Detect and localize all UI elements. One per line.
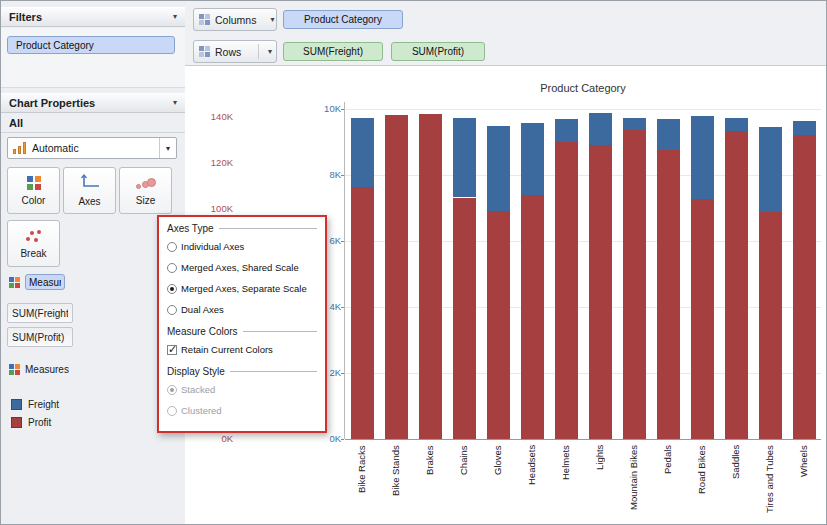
legend-title: Measures bbox=[25, 364, 69, 375]
axes-button[interactable]: Axes bbox=[63, 167, 116, 214]
bar-profit-headsets[interactable] bbox=[521, 195, 544, 439]
option-label: Retain Current Colors bbox=[181, 344, 273, 355]
rows-pill-sum-freight[interactable]: SUM(Freight) bbox=[283, 42, 383, 61]
bar-freight-bike-racks[interactable] bbox=[351, 118, 374, 187]
field-sum-profit[interactable]: SUM(Profit) bbox=[7, 327, 73, 347]
break-button[interactable]: Break bbox=[7, 220, 60, 267]
popup-section-title-text: Display Style bbox=[167, 366, 225, 377]
x-axis-label-brakes: Brakes bbox=[423, 445, 437, 523]
y-axis-line bbox=[344, 102, 345, 439]
color-button-label: Color bbox=[22, 195, 46, 206]
chart-title: Product Category bbox=[345, 82, 821, 94]
bar-freight-gloves[interactable] bbox=[487, 126, 510, 212]
legend-label: Freight bbox=[28, 399, 59, 410]
bar-profit-lights[interactable] bbox=[589, 145, 612, 439]
bar-freight-tires-and-tubes[interactable] bbox=[759, 127, 782, 213]
color-grid-icon bbox=[27, 176, 41, 190]
x-axis-label-mountain-bikes: Mountain Bikes bbox=[627, 445, 641, 523]
bar-profit-saddles[interactable] bbox=[725, 131, 748, 439]
radio-icon[interactable] bbox=[167, 242, 177, 252]
size-dots-icon bbox=[136, 176, 156, 190]
divider bbox=[243, 331, 317, 332]
chevron-down-icon[interactable]: ▾ bbox=[270, 16, 274, 24]
radio-selected-icon bbox=[167, 385, 177, 395]
bar-profit-brakes[interactable] bbox=[419, 114, 442, 439]
field-label: SUM(Profit) bbox=[12, 332, 68, 343]
y-axis-tick-freight: 8K bbox=[307, 169, 341, 181]
y-axis-tick-profit: 120K bbox=[193, 157, 233, 169]
radio-merged-axes-separate-scale[interactable]: Merged Axes, Separate Scale bbox=[167, 278, 317, 299]
filters-header[interactable]: Filters ▾ bbox=[1, 7, 185, 27]
y-axis-tick-profit: 140K bbox=[193, 111, 233, 123]
chart-type-value: Automatic bbox=[32, 142, 79, 154]
filter-pill-product-category[interactable]: Product Category bbox=[7, 36, 175, 54]
chevron-down-icon[interactable]: ▾ bbox=[268, 48, 272, 56]
bar-profit-mountain-bikes[interactable] bbox=[623, 130, 646, 439]
measures-shelf-item[interactable]: Measures bbox=[9, 273, 65, 291]
x-axis-label-lights: Lights bbox=[593, 445, 607, 523]
chevron-down-icon[interactable]: ▾ bbox=[159, 138, 176, 158]
radio-individual-axes[interactable]: Individual Axes bbox=[167, 236, 317, 257]
size-button[interactable]: Size bbox=[119, 167, 172, 214]
bar-profit-bike-racks[interactable] bbox=[351, 187, 374, 439]
columns-shelf-button[interactable]: Columns ▾ bbox=[193, 8, 277, 31]
columns-pill-product-category[interactable]: Product Category bbox=[283, 10, 403, 29]
popup-section-display-style: Display StyleStackedClustered bbox=[167, 366, 317, 421]
radio-dual-axes[interactable]: Dual Axes bbox=[167, 299, 317, 320]
rows-pill-sum-profit[interactable]: SUM(Profit) bbox=[391, 42, 485, 61]
color-button[interactable]: Color bbox=[7, 167, 60, 214]
axes-options-popup: Axes TypeIndividual AxesMerged Axes, Sha… bbox=[157, 215, 327, 433]
bar-freight-saddles[interactable] bbox=[725, 118, 748, 131]
gridline bbox=[345, 307, 821, 308]
x-axis-label-gloves: Gloves bbox=[491, 445, 505, 523]
measures-grid-icon bbox=[9, 277, 20, 288]
checkbox-retain-current-colors[interactable]: Retain Current Colors bbox=[167, 339, 317, 360]
gridline bbox=[345, 373, 821, 374]
radio-selected-icon[interactable] bbox=[167, 284, 177, 294]
columns-shelf-label: Columns bbox=[215, 14, 256, 26]
size-button-label: Size bbox=[136, 195, 155, 206]
bar-freight-pedals[interactable] bbox=[657, 119, 680, 150]
x-axis-label-road-bikes: Road Bikes bbox=[695, 445, 709, 523]
x-axis-label-pedals: Pedals bbox=[661, 445, 675, 523]
app-window: Filters ▾ Product Category Chart Propert… bbox=[0, 0, 827, 525]
chart-properties-header[interactable]: Chart Properties ▾ bbox=[1, 93, 185, 113]
legend-item-profit[interactable]: Profit bbox=[11, 417, 51, 428]
legend-item-freight[interactable]: Freight bbox=[11, 399, 59, 410]
bar-profit-pedals[interactable] bbox=[657, 150, 680, 439]
x-axis-label-chains: Chains bbox=[457, 445, 471, 523]
checkbox-checked-icon[interactable] bbox=[167, 345, 177, 355]
measures-pill-label: Measures bbox=[29, 277, 61, 288]
legend-swatch bbox=[11, 417, 22, 428]
bar-freight-headsets[interactable] bbox=[521, 123, 544, 196]
collapse-icon[interactable]: ▾ bbox=[173, 99, 177, 107]
bar-profit-chains[interactable] bbox=[453, 198, 476, 440]
field-label: SUM(Freight) bbox=[12, 308, 68, 319]
bar-freight-helmets[interactable] bbox=[555, 119, 578, 142]
bar-profit-wheels[interactable] bbox=[793, 135, 816, 439]
bar-freight-chains[interactable] bbox=[453, 118, 476, 197]
bar-freight-lights[interactable] bbox=[589, 113, 612, 144]
bar-profit-gloves[interactable] bbox=[487, 211, 510, 439]
x-axis-label-saddles: Saddles bbox=[729, 445, 743, 523]
rows-shelf-button[interactable]: Rows ▾ bbox=[193, 40, 277, 63]
measures-pill[interactable]: Measures bbox=[25, 274, 65, 290]
columns-grid-icon bbox=[199, 14, 210, 25]
bar-profit-road-bikes[interactable] bbox=[691, 199, 714, 439]
popup-section-measure-colors: Measure ColorsRetain Current Colors bbox=[167, 326, 317, 360]
bar-freight-wheels[interactable] bbox=[793, 121, 816, 136]
field-sum-freight[interactable]: SUM(Freight) bbox=[7, 303, 73, 323]
bar-profit-helmets[interactable] bbox=[555, 142, 578, 439]
bar-profit-bike-stands[interactable] bbox=[385, 115, 408, 439]
chart-type-dropdown[interactable]: Automatic ▾ bbox=[7, 137, 177, 159]
columns-pill-row: Product Category bbox=[283, 10, 403, 29]
bar-freight-mountain-bikes[interactable] bbox=[623, 118, 646, 130]
bar-freight-road-bikes[interactable] bbox=[691, 116, 714, 199]
x-axis-label-helmets: Helmets bbox=[559, 445, 573, 523]
y-axis-tick-profit: 100K bbox=[193, 203, 233, 215]
collapse-icon[interactable]: ▾ bbox=[173, 13, 177, 21]
radio-icon[interactable] bbox=[167, 305, 177, 315]
radio-merged-axes-shared-scale[interactable]: Merged Axes, Shared Scale bbox=[167, 257, 317, 278]
radio-icon[interactable] bbox=[167, 263, 177, 273]
bar-profit-tires-and-tubes[interactable] bbox=[759, 212, 782, 439]
